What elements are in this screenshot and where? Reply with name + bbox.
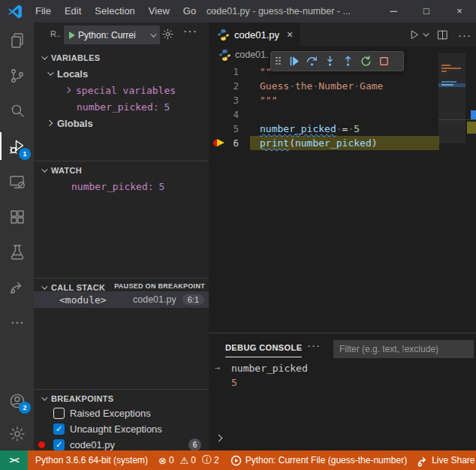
activity-item-accounts[interactable]: 2 xyxy=(0,384,34,417)
menu-selection[interactable]: Selection xyxy=(88,0,141,23)
restart-button[interactable] xyxy=(357,53,375,70)
activity-item-settings[interactable] xyxy=(0,417,34,450)
breakpoint-gutter[interactable] xyxy=(212,107,227,122)
special-variables-label: special variables xyxy=(76,85,176,96)
python-env-label: Python: Current File (guess-the-number) xyxy=(246,455,407,465)
python-interpreter-status[interactable]: Python 3.6.6 64-bit (system) xyxy=(35,455,148,465)
execution-pointer-icon xyxy=(217,139,224,146)
title-bar: File Edit Selection View Go ··· code01.p… xyxy=(0,0,476,23)
code-text: print(number_picked) xyxy=(260,136,378,150)
minimap-boundary xyxy=(438,119,476,120)
run-icon xyxy=(408,29,421,41)
activity-item-run-and-debug[interactable]: 1 xyxy=(0,128,34,164)
breakpoints-title: BREAKPOINTS xyxy=(51,394,113,403)
toolbar-drag-grip[interactable] xyxy=(276,57,282,66)
warning-icon: ⚠ xyxy=(180,455,189,466)
minimap-slider[interactable] xyxy=(438,53,465,143)
tab-debug-console[interactable]: DEBUG CONSOLE xyxy=(225,343,302,352)
step-into-button[interactable] xyxy=(321,53,339,70)
breakpoints-section-header[interactable]: BREAKPOINTS xyxy=(34,390,209,407)
breakpoint-gutter[interactable] xyxy=(212,122,227,136)
scope-globals[interactable]: Globals xyxy=(34,115,209,131)
live-share-label: Live Share xyxy=(432,455,474,465)
error-count: 0 xyxy=(169,455,174,465)
run-view-label: R.. xyxy=(50,29,61,38)
editor-actions: ··· xyxy=(408,23,471,47)
menu-view[interactable]: View xyxy=(142,0,176,23)
breakpoint-gutter[interactable] xyxy=(212,93,227,107)
code-line-3: 3""" xyxy=(212,93,465,107)
debug-config-icon xyxy=(230,454,243,467)
activity-item-more[interactable] xyxy=(0,305,34,340)
activity-item-remote-explorer[interactable] xyxy=(0,164,34,199)
minimap-mark xyxy=(441,71,447,72)
maximize-button[interactable]: □ xyxy=(410,0,443,23)
code-editor[interactable]: 1"""2Guess·the·Number·Game3"""45number_p… xyxy=(212,65,465,150)
problems-status[interactable]: ⊗ 0 ⚠ 0 ⓘ 2 xyxy=(158,453,219,467)
run-python-file-button[interactable] xyxy=(408,29,427,41)
debug-configuration-dropdown[interactable]: Python: Currei xyxy=(64,26,160,44)
console-gutter xyxy=(209,375,231,390)
code-line-5: 5number_picked·=·5 xyxy=(212,122,465,136)
activity-item-source-control[interactable] xyxy=(0,58,34,93)
console-prompt-icon[interactable] xyxy=(215,435,223,442)
code-text: number_picked·=·5 xyxy=(260,122,360,136)
python-debug-config-status[interactable]: Python: Current File (guess-the-number) xyxy=(230,454,407,467)
close-button[interactable]: × xyxy=(443,0,476,23)
source-control-icon xyxy=(8,67,26,85)
variables-section-header[interactable]: VARIABLES xyxy=(34,50,209,66)
variable-value: 5 xyxy=(164,101,170,113)
breadcrumb[interactable]: code01. xyxy=(209,47,268,63)
variable-row[interactable]: number_picked: 5 xyxy=(34,98,209,115)
step-into-icon xyxy=(323,54,337,68)
menu-edit[interactable]: Edit xyxy=(58,0,88,23)
vscode-logo-icon xyxy=(8,4,23,19)
minimap[interactable] xyxy=(438,50,465,155)
stop-button[interactable] xyxy=(375,53,393,70)
console-row: 5 xyxy=(209,375,476,390)
stack-frame-row[interactable]: <module> code01.py 6:1 xyxy=(34,291,209,308)
watch-section-header[interactable]: WATCH xyxy=(34,162,209,179)
split-editor-icon[interactable] xyxy=(436,29,449,41)
breakpoint-gutter[interactable] xyxy=(212,79,227,93)
tab-code01-py[interactable]: code01.py × xyxy=(209,23,300,47)
remote-indicator[interactable]: >< xyxy=(0,450,28,470)
breakpoint-row[interactable]: ✓Uncaught Exceptions xyxy=(34,421,209,437)
chevron-down-icon xyxy=(47,69,53,75)
breakpoint-row[interactable]: Raised Exceptions xyxy=(34,405,209,421)
stack-frame-location-badge: 6:1 xyxy=(182,294,204,305)
activity-item-testing[interactable] xyxy=(0,234,34,270)
tab-close-icon[interactable]: × xyxy=(287,29,293,41)
remote-icon: >< xyxy=(10,455,18,465)
watch-expression-row[interactable]: number_picked: 5 xyxy=(34,178,209,194)
breakpoint-dot-icon xyxy=(38,441,47,448)
activity-item-explorer[interactable] xyxy=(0,23,34,58)
activity-item-extensions[interactable] xyxy=(0,199,34,234)
breakpoint-gutter[interactable] xyxy=(212,65,227,79)
locals-label: Locals xyxy=(57,68,88,80)
line-number: 2 xyxy=(227,79,239,93)
breakpoint-checkbox[interactable]: ✓ xyxy=(53,439,65,450)
activity-item-search[interactable] xyxy=(0,93,34,128)
menu-file[interactable]: File xyxy=(29,0,58,23)
step-over-button[interactable] xyxy=(303,53,321,70)
console-filter-input[interactable] xyxy=(333,340,474,358)
step-out-button[interactable] xyxy=(339,53,357,70)
menu-go[interactable]: Go xyxy=(176,0,203,23)
breakpoint-checkbox[interactable] xyxy=(53,408,65,419)
continue-button[interactable] xyxy=(285,53,303,70)
sidebar-header: R.. Python: Currei ··· xyxy=(34,23,209,47)
live-share-status[interactable]: Live Share xyxy=(416,454,474,467)
scope-locals[interactable]: Locals xyxy=(34,65,209,82)
configure-gear-icon[interactable] xyxy=(161,28,174,41)
special-variables-row[interactable]: special variables xyxy=(34,82,209,98)
sidebar-more-actions[interactable]: ··· xyxy=(183,25,197,38)
minimap-mark xyxy=(441,81,456,83)
window-controls: ─ □ × xyxy=(377,0,476,23)
minimize-button[interactable]: ─ xyxy=(377,0,410,23)
activity-item-live-share[interactable] xyxy=(0,270,34,305)
editor-more-actions[interactable]: ··· xyxy=(458,29,471,41)
panel-more-actions[interactable]: ··· xyxy=(307,339,321,351)
breakpoint-checkbox[interactable]: ✓ xyxy=(53,423,65,435)
breakpoint-current-line-icon[interactable] xyxy=(212,136,227,150)
